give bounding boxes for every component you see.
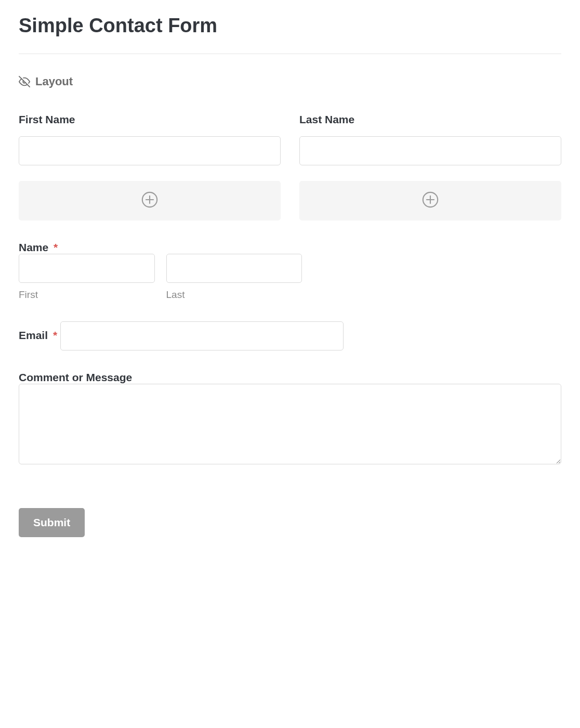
message-field-group: Comment or Message (19, 371, 561, 466)
email-input[interactable] (60, 321, 344, 350)
layout-columns: First Name Last Name (19, 113, 561, 220)
name-last-wrapper: Last (166, 254, 302, 301)
column-right: Last Name (299, 113, 561, 220)
first-name-label: First Name (19, 113, 281, 126)
last-name-label: Last Name (299, 113, 561, 126)
add-field-button-right[interactable] (299, 181, 561, 220)
name-first-sublabel: First (19, 289, 155, 301)
name-input-pair: First Last (19, 254, 302, 301)
layout-label: Layout (35, 75, 73, 88)
name-field-group: Name * First Last (19, 241, 561, 301)
first-name-input[interactable] (19, 136, 281, 165)
page-title: Simple Contact Form (19, 15, 561, 37)
name-last-sublabel: Last (166, 289, 302, 301)
last-name-input[interactable] (299, 136, 561, 165)
message-label: Comment or Message (19, 371, 132, 383)
plus-circle-icon (141, 191, 159, 211)
required-marker: * (54, 241, 58, 253)
add-field-button-left[interactable] (19, 181, 281, 220)
message-textarea[interactable] (19, 384, 561, 464)
plus-circle-icon (421, 191, 439, 211)
name-label: Name * (19, 241, 58, 253)
email-label: Email * (19, 329, 60, 341)
required-marker: * (53, 329, 57, 341)
eye-off-icon (19, 76, 30, 87)
divider (19, 54, 561, 54)
email-field-group: Email * (19, 321, 561, 350)
name-first-input[interactable] (19, 254, 155, 283)
column-left: First Name (19, 113, 281, 220)
email-label-text: Email (19, 329, 48, 341)
layout-section-header: Layout (19, 75, 561, 88)
submit-button[interactable]: Submit (19, 508, 85, 537)
name-last-input[interactable] (166, 254, 302, 283)
name-first-wrapper: First (19, 254, 155, 301)
name-label-text: Name (19, 241, 48, 253)
